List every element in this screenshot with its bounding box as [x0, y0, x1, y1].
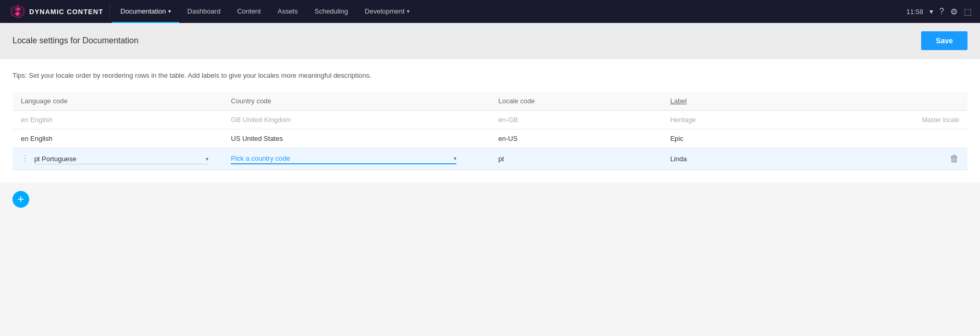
page-header: Locale settings for Documentation Save [0, 23, 980, 59]
lang-select-value: pt Portuguese [34, 155, 206, 163]
nav-item-development[interactable]: Development ▾ [356, 0, 418, 23]
brand-name: DYNAMIC CONTENT [29, 8, 103, 16]
add-locale-button[interactable]: + [13, 191, 29, 208]
col-header-language: Language code [13, 92, 222, 111]
locale-value: pt [498, 155, 504, 163]
action-cell: Master locale [853, 111, 967, 129]
label-value: Linda [670, 155, 687, 163]
chevron-down-icon: ▾ [168, 8, 171, 14]
lang-code: en English [21, 135, 53, 142]
lang-code: en English [21, 116, 53, 124]
chevron-down-icon-3[interactable]: ▾ [929, 7, 933, 16]
locale-code-cell: en-US [490, 129, 662, 148]
main-content: Tips: Set your locale order by reorderin… [0, 59, 980, 183]
settings-button[interactable]: ⚙ [950, 7, 958, 17]
label-value: Epic [670, 135, 683, 142]
country-value: US United States [231, 135, 283, 142]
help-button[interactable]: ? [939, 7, 944, 16]
top-navigation: DYNAMIC CONTENT Documentation ▾ Dashboar… [0, 0, 980, 23]
label-value: Heritage [670, 116, 696, 124]
nav-items: Documentation ▾ Dashboard Content Assets… [112, 0, 906, 23]
label-cell-editable: Linda [662, 148, 853, 170]
footer-spacer [0, 216, 980, 258]
brand: DYNAMIC CONTENT [4, 4, 110, 19]
lang-code-cell: en English [13, 111, 222, 129]
nav-item-dashboard[interactable]: Dashboard [179, 0, 229, 23]
country-code-cell-editable: Pick a country code ▾ [222, 148, 490, 170]
label-cell: Epic [662, 129, 853, 148]
clock-display: 11:58 [907, 8, 924, 16]
action-cell [853, 129, 967, 148]
nav-item-documentation[interactable]: Documentation ▾ [112, 0, 179, 23]
chevron-down-icon-2: ▾ [407, 8, 410, 14]
nav-item-scheduling[interactable]: Scheduling [306, 0, 356, 23]
col-header-action [853, 92, 967, 111]
locale-value: en-GB [498, 116, 518, 124]
delete-row-button[interactable]: 🗑 [950, 153, 959, 164]
table-row: en English US United States en-US Epic [13, 129, 967, 148]
country-code-cell: US United States [222, 129, 490, 148]
country-code-cell: GB United Kingdom [222, 111, 490, 129]
country-select[interactable]: Pick a country code ▾ [231, 153, 456, 164]
lang-code-cell-editable: ⋮ pt Portuguese ▾ [13, 148, 222, 170]
locale-code-cell-editable: pt [490, 148, 662, 170]
page-title: Locale settings for Documentation [13, 36, 139, 45]
table-row: en English GB United Kingdom en-GB Herit… [13, 111, 967, 129]
country-select-placeholder: Pick a country code [231, 154, 454, 162]
lang-select[interactable]: pt Portuguese ▾ [34, 154, 208, 164]
country-value: GB United Kingdom [231, 116, 291, 124]
table-row-editable: ⋮ pt Portuguese ▾ Pick a country code ▾ … [13, 148, 967, 170]
drag-handle-icon[interactable]: ⋮ [21, 154, 29, 163]
save-button[interactable]: Save [921, 31, 967, 50]
topnav-right: 11:58 ▾ ? ⚙ ⬚ [907, 7, 976, 17]
table-header-row: Language code Country code Locale code L… [13, 92, 967, 111]
locale-value: en-US [498, 135, 517, 142]
col-header-label: Label [662, 92, 853, 111]
plus-icon: + [18, 194, 24, 205]
nav-item-content[interactable]: Content [229, 0, 269, 23]
brand-logo [10, 4, 25, 19]
chevron-down-icon-lang: ▾ [206, 156, 208, 162]
logout-button[interactable]: ⬚ [964, 7, 972, 17]
master-locale-badge: Master locale [922, 116, 959, 124]
locale-table: Language code Country code Locale code L… [13, 92, 967, 170]
add-section: + [0, 183, 980, 216]
label-cell: Heritage [662, 111, 853, 129]
locale-code-cell: en-GB [490, 111, 662, 129]
action-cell-editable: 🗑 [853, 148, 967, 170]
col-header-locale: Locale code [490, 92, 662, 111]
lang-code-cell: en English [13, 129, 222, 148]
nav-item-assets[interactable]: Assets [269, 0, 306, 23]
tips-text: Tips: Set your locale order by reorderin… [13, 71, 967, 79]
col-header-country: Country code [222, 92, 490, 111]
chevron-down-icon-country: ▾ [454, 155, 456, 161]
